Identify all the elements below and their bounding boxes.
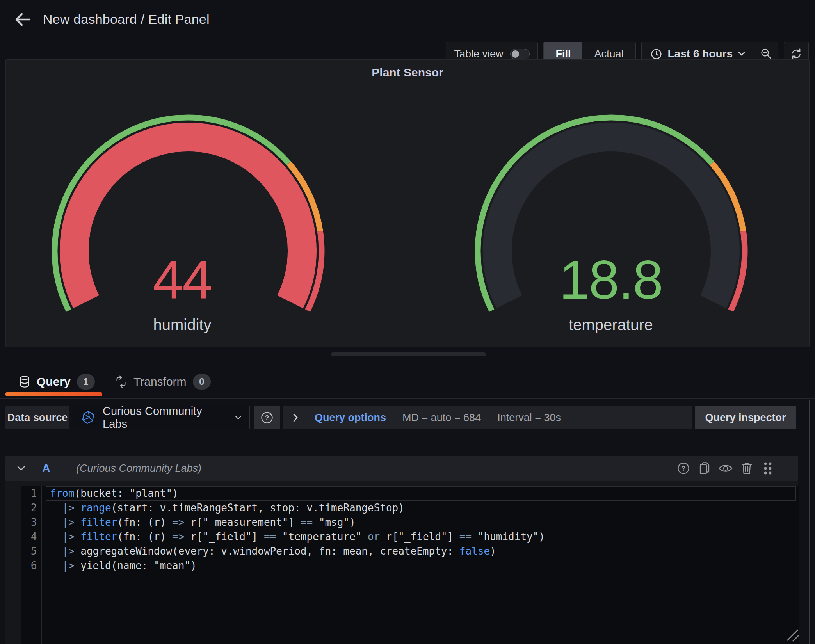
query-options-link[interactable]: Query options bbox=[315, 412, 386, 424]
line-number: 6 bbox=[21, 559, 46, 573]
code-line-3[interactable]: 3 |> filter(fn: (r) => r["_measurement"]… bbox=[21, 515, 799, 530]
line-number: 4 bbox=[21, 530, 46, 544]
gauge-value-humidity: 44 bbox=[61, 251, 303, 309]
back-button[interactable] bbox=[13, 10, 32, 29]
svg-text:?: ? bbox=[265, 414, 269, 422]
collapse-chevron-icon[interactable] bbox=[17, 466, 25, 471]
datasource-name: Curious Community Labs bbox=[103, 405, 228, 431]
table-view-label: Table view bbox=[454, 48, 503, 60]
code-line-4[interactable]: 4 |> filter(fn: (r) => r["_field"] == "t… bbox=[21, 530, 799, 544]
chevron-down-icon bbox=[738, 52, 745, 56]
line-number: 1 bbox=[21, 486, 46, 501]
code-line-6[interactable]: 6 |> yield(name: "mean") bbox=[21, 559, 799, 573]
max-data-points-stat: MD = auto = 684 bbox=[402, 412, 481, 424]
code-line-2[interactable]: 2 |> range(start: v.timeRangeStart, stop… bbox=[21, 501, 799, 515]
line-number: 2 bbox=[21, 501, 46, 515]
drag-query-handle[interactable] bbox=[760, 461, 775, 476]
query-datasource-subtitle: (Curious Community Labs) bbox=[76, 463, 201, 475]
code-text: |> aggregateWindow(every: v.windowPeriod… bbox=[46, 544, 496, 559]
current-line-highlight bbox=[46, 486, 796, 501]
chevron-down-icon bbox=[235, 416, 242, 420]
delete-query-button[interactable] bbox=[739, 461, 754, 476]
editor-resize-handle[interactable] bbox=[785, 627, 799, 642]
scrollbar-thumb[interactable] bbox=[809, 400, 810, 644]
tab-transform[interactable]: Transform 0 bbox=[115, 372, 211, 392]
gauge-label-humidity: humidity bbox=[61, 316, 303, 333]
tab-transform-label: Transform bbox=[133, 375, 187, 388]
tab-transform-count-badge: 0 bbox=[193, 374, 211, 390]
query-row-header[interactable]: A (Curious Community Labs) ? bbox=[5, 456, 798, 481]
help-circle-icon: ? bbox=[260, 411, 274, 425]
trash-icon bbox=[740, 461, 753, 475]
arrow-left-icon bbox=[13, 10, 32, 29]
query-row-actions: ? bbox=[676, 456, 775, 481]
tabs-divider bbox=[0, 398, 815, 399]
query-help-button[interactable]: ? bbox=[676, 461, 691, 476]
query-ref-id[interactable]: A bbox=[42, 462, 50, 475]
tab-query-label: Query bbox=[37, 375, 71, 388]
code-line-5[interactable]: 5 |> aggregateWindow(every: v.windowPeri… bbox=[21, 544, 799, 559]
interval-stat: Interval = 30s bbox=[497, 412, 561, 424]
time-range-label: Last 6 hours bbox=[668, 48, 733, 60]
chevron-right-icon[interactable] bbox=[293, 413, 298, 422]
svg-text:?: ? bbox=[682, 465, 685, 472]
code-text: |> range(start: v.timeRangeStart, stop: … bbox=[46, 501, 404, 515]
duplicate-query-button[interactable] bbox=[697, 461, 712, 476]
database-icon bbox=[19, 375, 30, 388]
datasource-picker[interactable]: Curious Community Labs bbox=[73, 406, 250, 429]
tab-query[interactable]: Query 1 bbox=[19, 372, 95, 392]
influxdb-icon bbox=[81, 410, 96, 425]
help-circle-icon: ? bbox=[676, 461, 690, 475]
code-text: |> filter(fn: (r) => r["_measurement"] =… bbox=[46, 515, 356, 530]
toggle-visibility-button[interactable] bbox=[718, 461, 733, 476]
eye-icon bbox=[718, 463, 733, 474]
tab-query-count-badge: 1 bbox=[77, 374, 95, 390]
toggle-knob bbox=[512, 50, 519, 58]
panel-resize-handle[interactable] bbox=[331, 352, 486, 356]
datasource-label: Data source bbox=[5, 406, 69, 429]
gauge-label-temperature: temperature bbox=[490, 316, 732, 333]
code-text: |> filter(fn: (r) => r["_field"] == "tem… bbox=[46, 530, 545, 544]
flux-query-editor[interactable]: 1from(bucket: "plant")2 |> range(start: … bbox=[21, 486, 799, 644]
datasource-help-button[interactable]: ? bbox=[254, 406, 280, 429]
zoom-out-icon bbox=[760, 48, 772, 60]
grip-dots-icon bbox=[763, 461, 773, 476]
table-view-toggle[interactable] bbox=[510, 49, 530, 59]
gauge-value-temperature: 18.8 bbox=[490, 251, 732, 309]
code-text: |> yield(name: "mean") bbox=[46, 559, 197, 573]
line-number: 3 bbox=[21, 515, 46, 530]
grafana-edit-panel-screen: New dashboard / Edit Panel Table view Fi… bbox=[0, 0, 815, 644]
query-options-bar: Query options MD = auto = 684 Interval =… bbox=[283, 406, 692, 429]
clock-icon bbox=[650, 48, 662, 60]
refresh-icon bbox=[790, 48, 803, 60]
copy-icon bbox=[698, 461, 711, 475]
active-tab-underline bbox=[5, 392, 102, 396]
line-number: 5 bbox=[21, 544, 46, 559]
editor-gutter-divider bbox=[41, 486, 42, 644]
query-inspector-button[interactable]: Query inspector bbox=[695, 406, 796, 429]
code-line-1[interactable]: 1from(bucket: "plant") bbox=[21, 486, 799, 501]
page-title: New dashboard / Edit Panel bbox=[43, 12, 210, 27]
transform-icon bbox=[115, 375, 127, 388]
